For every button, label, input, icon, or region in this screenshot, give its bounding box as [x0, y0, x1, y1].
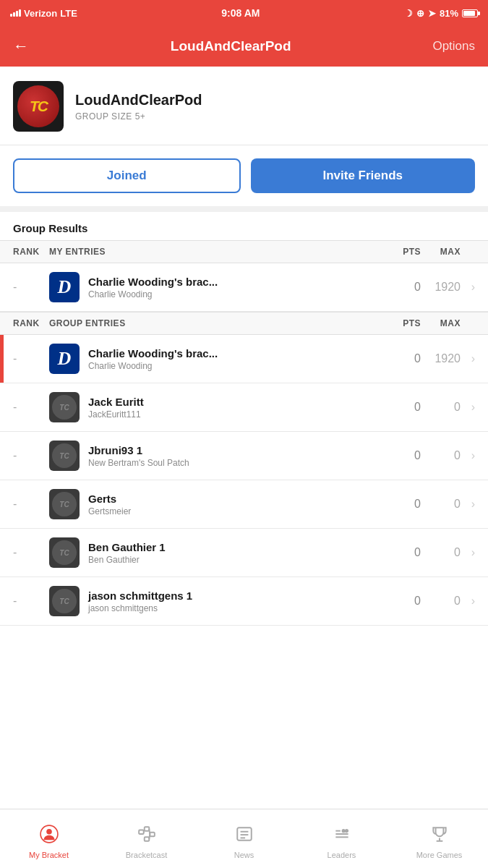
nav-leaders[interactable]: Leaders [293, 819, 390, 859]
entry-name: Ben Gauthier 1 [88, 541, 381, 553]
time-label: 9:08 AM [221, 7, 260, 19]
entry-user: Charlie Wooding [88, 361, 381, 371]
trophy-icon [430, 825, 449, 848]
chevron-right-icon: › [461, 401, 475, 414]
nav-news[interactable]: News [195, 819, 293, 859]
entry-pts: 0 [381, 352, 421, 365]
entry-max: 0 [421, 595, 461, 608]
entry-max: 1920 [421, 281, 461, 294]
entry-rank: - [13, 546, 49, 559]
bracketcast-icon [137, 825, 156, 848]
network-label: LTE [60, 8, 77, 19]
entry-user: JackEuritt111 [88, 409, 381, 420]
nav-my-bracket-label: My Bracket [29, 851, 69, 859]
entry-rank: - [13, 449, 49, 462]
entry-rank: - [13, 281, 49, 294]
entry-max: 0 [421, 498, 461, 511]
svg-point-17 [345, 830, 347, 832]
group-pts-col-header: PTS [381, 318, 421, 328]
entry-max: 0 [421, 546, 461, 559]
signal-icon [10, 9, 21, 17]
group-results-header: Group Results [0, 212, 488, 240]
group-entry-row-0[interactable]: - D Charlie Wooding's brac... Charlie Wo… [0, 335, 488, 383]
entry-pts: 0 [381, 595, 421, 608]
entry-logo-tc: TC [49, 586, 80, 616]
entry-name: Gerts [88, 493, 381, 505]
entry-name: jason schmittgens 1 [88, 590, 381, 602]
nav-leaders-label: Leaders [328, 851, 356, 859]
battery-percent: 81% [440, 8, 458, 19]
entry-rank: - [13, 595, 49, 608]
header-title: LoudAndClearPod [171, 38, 291, 54]
content-area: TC LoudAndClearPod GROUP SIZE 5+ Joined … [0, 67, 488, 685]
entry-name: Charlie Wooding's brac... [88, 347, 381, 359]
chevron-right-icon: › [461, 546, 475, 559]
entry-logo-tc: TC [49, 537, 80, 568]
entry-max: 0 [421, 401, 461, 414]
entry-info: Gerts Gertsmeier [88, 493, 381, 516]
tc-circle: TC [17, 85, 59, 127]
group-entries-table-header: RANK GROUP ENTRIES PTS MAX [0, 312, 488, 335]
my-entries-col-header: MY ENTRIES [49, 247, 381, 257]
battery-icon [462, 9, 478, 17]
group-size-label: GROUP SIZE 5+ [75, 111, 202, 122]
nav-my-bracket[interactable]: My Bracket [0, 819, 98, 859]
svg-rect-5 [150, 832, 155, 835]
leaders-icon [333, 825, 351, 848]
svg-rect-4 [144, 837, 149, 841]
group-entry-row-5[interactable]: - TC jason schmittgens 1 jason schmittge… [0, 577, 488, 626]
entry-user: Gertsmeier [88, 506, 381, 516]
back-button[interactable]: ← [13, 37, 29, 56]
entry-info: Ben Gauthier 1 Ben Gauthier [88, 541, 381, 565]
group-entry-row-2[interactable]: - TC Jbruni93 1 New Bertram's Soul Patch… [0, 432, 488, 480]
location-icon: ⊕ [416, 8, 424, 19]
chevron-right-icon: › [461, 449, 475, 462]
svg-point-16 [342, 830, 344, 832]
my-entry-row-0[interactable]: - D Charlie Wooding's brac... Charlie Wo… [0, 263, 488, 312]
entry-logo-tc: TC [49, 441, 80, 471]
chevron-right-icon: › [461, 352, 475, 365]
svg-line-8 [149, 834, 150, 839]
entry-user: jason schmittgens [88, 603, 381, 613]
entry-name: Jack Euritt [88, 396, 381, 408]
invite-friends-button[interactable]: Invite Friends [251, 158, 476, 193]
direction-icon: ➤ [428, 8, 436, 19]
header: ← LoudAndClearPod Options [0, 26, 488, 67]
group-logo: TC [13, 81, 64, 132]
entry-logo-tc: TC [49, 392, 80, 422]
entry-info: Jbruni93 1 New Bertram's Soul Patch [88, 444, 381, 468]
entry-logo-tc: TC [49, 489, 80, 519]
entry-rank: - [13, 401, 49, 414]
entry-max: 0 [421, 449, 461, 462]
status-bar: Verizon LTE 9:08 AM ☽ ⊕ ➤ 81% [0, 0, 488, 26]
group-entry-row-3[interactable]: - TC Gerts Gertsmeier 0 0 › [0, 480, 488, 529]
group-entries-col-header: GROUP ENTRIES [49, 318, 381, 328]
newspaper-icon [235, 825, 254, 848]
my-entries-table-header: RANK MY ENTRIES PTS MAX [0, 240, 488, 263]
group-entry-row-1[interactable]: - TC Jack Euritt JackEuritt111 0 0 › [0, 383, 488, 432]
entry-user: New Bertram's Soul Patch [88, 458, 381, 468]
chevron-right-icon: › [461, 281, 475, 294]
carrier-label: Verizon [24, 8, 57, 19]
person-circle-icon [40, 825, 59, 848]
group-info: TC LoudAndClearPod GROUP SIZE 5+ [0, 67, 488, 145]
group-name: LoudAndClearPod [75, 92, 202, 109]
chevron-right-icon: › [461, 498, 475, 511]
nav-bracketcast-label: Bracketcast [126, 851, 167, 859]
options-button[interactable]: Options [432, 39, 475, 54]
group-rank-col-header: RANK [13, 318, 49, 328]
rank-col-header: RANK [13, 247, 49, 257]
entry-info: Charlie Wooding's brac... Charlie Woodin… [88, 347, 381, 371]
joined-button[interactable]: Joined [13, 158, 241, 193]
nav-more-games[interactable]: More Games [390, 819, 488, 859]
entry-pts: 0 [381, 281, 421, 294]
entry-info: Charlie Wooding's brac... Charlie Woodin… [88, 276, 381, 299]
group-entry-row-4[interactable]: - TC Ben Gauthier 1 Ben Gauthier 0 0 › [0, 529, 488, 577]
nav-bracketcast[interactable]: Bracketcast [98, 819, 195, 859]
entry-pts: 0 [381, 449, 421, 462]
max-col-header: MAX [421, 247, 461, 257]
entry-rank: - [13, 352, 49, 365]
action-buttons: Joined Invite Friends [0, 145, 488, 212]
entry-pts: 0 [381, 498, 421, 511]
entry-info: jason schmittgens 1 jason schmittgens [88, 590, 381, 613]
